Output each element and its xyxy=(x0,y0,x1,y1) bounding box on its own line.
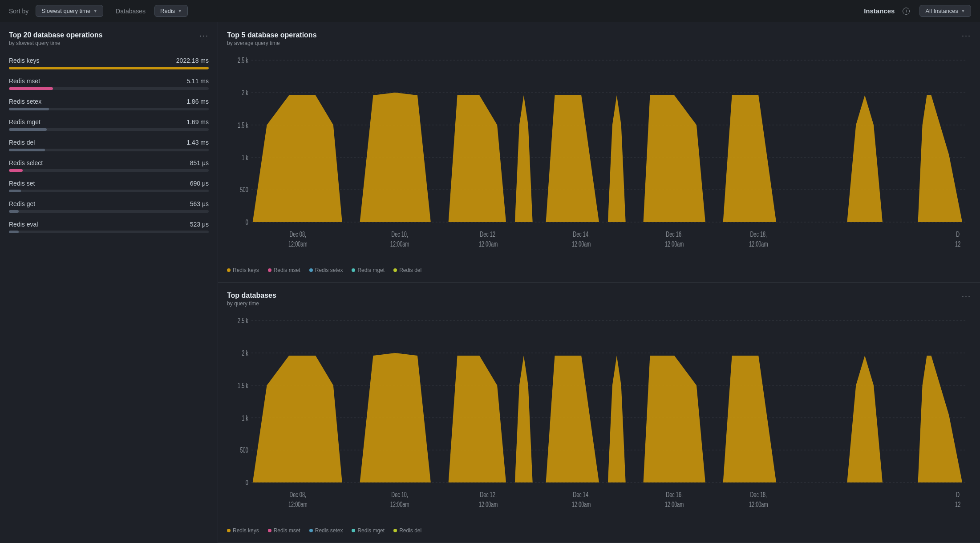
db-item-name: Redis mget xyxy=(9,118,40,126)
svg-text:2.5 k: 2.5 k xyxy=(238,56,248,65)
legend-label: Redis keys xyxy=(233,267,259,273)
svg-text:12: 12 xyxy=(955,500,960,508)
top-chart-svg: 2.5 k 2 k 1.5 k 1 k 500 0 xyxy=(227,53,971,263)
left-panel-subtitle: by slowest query time xyxy=(9,40,102,46)
svg-text:12: 12 xyxy=(955,239,960,248)
db-dropdown[interactable]: Redis ▼ xyxy=(154,5,188,17)
svg-text:1.5 k: 1.5 k xyxy=(238,121,248,129)
db-item: Redis set 690 μs xyxy=(9,180,209,192)
db-item: Redis keys 2022.18 ms xyxy=(9,57,209,69)
db-item-value: 1.69 ms xyxy=(186,118,209,126)
db-item-value: 1.86 ms xyxy=(186,98,209,105)
svg-marker-20 xyxy=(847,95,883,222)
bottom-chart-subtitle: by query time xyxy=(227,300,276,307)
svg-marker-18 xyxy=(644,95,705,222)
svg-text:12:00am: 12:00am xyxy=(288,500,308,508)
top-chart-subtitle: by average query time xyxy=(227,40,317,46)
db-item-name: Redis del xyxy=(9,139,35,146)
legend-label: Redis mset xyxy=(274,267,300,273)
db-item: Redis del 1.43 ms xyxy=(9,139,209,151)
svg-text:Dec 10,: Dec 10, xyxy=(391,230,408,239)
legend-label: Redis mget xyxy=(357,527,385,534)
legend-dot xyxy=(268,268,271,272)
db-item: Redis eval 523 μs xyxy=(9,221,209,233)
svg-marker-54 xyxy=(644,356,705,482)
svg-marker-52 xyxy=(546,356,599,482)
db-item-name: Redis setex xyxy=(9,98,41,105)
svg-text:12:00am: 12:00am xyxy=(572,500,591,508)
svg-text:Dec 14,: Dec 14, xyxy=(573,490,590,499)
legend-item: Redis setex xyxy=(309,267,343,273)
bottom-chart-more-button[interactable]: ... xyxy=(962,290,971,299)
db-item-bar-fill xyxy=(9,231,19,233)
db-item-bar-track xyxy=(9,231,209,233)
top-chart-section: Top 5 database operations by average que… xyxy=(218,22,980,283)
db-item-bar-track xyxy=(9,108,209,110)
db-item-bar-fill xyxy=(9,87,53,90)
db-item-value: 1.43 ms xyxy=(186,139,209,146)
db-item-name: Redis mset xyxy=(9,77,40,85)
svg-text:12:00am: 12:00am xyxy=(288,239,308,248)
svg-text:Dec 12,: Dec 12, xyxy=(480,230,497,239)
svg-marker-21 xyxy=(918,95,963,222)
db-items-list: Redis keys 2022.18 ms Redis mset 5.11 ms… xyxy=(9,57,209,233)
db-item-bar-track xyxy=(9,67,209,69)
top-chart-more-button[interactable]: ... xyxy=(962,29,971,39)
db-item-value: 851 μs xyxy=(190,159,209,166)
legend-label: Redis setex xyxy=(315,267,343,273)
svg-text:12:00am: 12:00am xyxy=(665,500,684,508)
db-item: Redis mset 5.11 ms xyxy=(9,77,209,90)
top-chart-svg-wrapper: 2.5 k 2 k 1.5 k 1 k 500 0 xyxy=(227,53,971,263)
main-layout: Top 20 database operations by slowest qu… xyxy=(0,22,980,543)
svg-text:500: 500 xyxy=(240,186,248,194)
svg-text:12:00am: 12:00am xyxy=(479,239,498,248)
db-item-bar-track xyxy=(9,190,209,192)
legend-label: Redis mget xyxy=(357,267,385,273)
svg-text:0: 0 xyxy=(246,218,248,227)
sort-dropdown[interactable]: Slowest query time ▼ xyxy=(36,5,103,17)
left-panel: Top 20 database operations by slowest qu… xyxy=(0,22,218,543)
svg-marker-48 xyxy=(253,356,342,482)
instances-label: Instances xyxy=(864,7,895,15)
instances-chevron-icon: ▼ xyxy=(961,8,965,13)
bottom-chart-title: Top databases xyxy=(227,292,276,300)
left-panel-more-button[interactable]: ... xyxy=(199,29,209,39)
db-item-bar-fill xyxy=(9,149,45,151)
legend-label: Redis del xyxy=(399,527,421,534)
db-item-value: 563 μs xyxy=(190,200,209,207)
instances-info-icon[interactable]: i xyxy=(903,8,910,15)
legend-item: Redis del xyxy=(393,527,421,534)
svg-text:Dec 16,: Dec 16, xyxy=(666,490,683,499)
db-item-name: Redis select xyxy=(9,159,43,166)
legend-dot xyxy=(352,268,355,272)
db-item-name: Redis set xyxy=(9,180,35,187)
svg-marker-50 xyxy=(449,356,506,482)
svg-text:D: D xyxy=(956,490,960,499)
db-item-bar-fill xyxy=(9,67,209,69)
legend-item: Redis mset xyxy=(268,267,300,273)
db-item-bar-fill xyxy=(9,128,47,131)
legend-dot xyxy=(393,268,397,272)
db-item-value: 5.11 ms xyxy=(186,77,209,85)
db-item-value: 690 μs xyxy=(190,180,209,187)
legend-dot xyxy=(352,529,355,532)
svg-marker-14 xyxy=(449,95,506,222)
legend-item: Redis del xyxy=(393,267,421,273)
db-item-header: Redis mget 1.69 ms xyxy=(9,118,209,126)
bottom-chart-svg: 2.5 k 2 k 1.5 k 1 k 500 0 xyxy=(227,314,971,523)
legend-dot xyxy=(227,268,231,272)
db-item-header: Redis select 851 μs xyxy=(9,159,209,166)
svg-marker-51 xyxy=(515,356,533,482)
top-chart-legend: Redis keys Redis mset Redis setex Redis … xyxy=(227,267,971,273)
sort-chevron-icon: ▼ xyxy=(93,8,97,13)
right-panel: Top 5 database operations by average que… xyxy=(218,22,980,543)
svg-text:2 k: 2 k xyxy=(242,349,248,357)
db-item-bar-track xyxy=(9,149,209,151)
db-item: Redis setex 1.86 ms xyxy=(9,98,209,110)
svg-text:Dec 16,: Dec 16, xyxy=(666,230,683,239)
instances-dropdown[interactable]: All Instances ▼ xyxy=(919,5,971,17)
svg-text:2.5 k: 2.5 k xyxy=(238,316,248,325)
svg-marker-57 xyxy=(918,356,963,482)
svg-marker-17 xyxy=(608,95,626,222)
db-item-bar-track xyxy=(9,87,209,90)
